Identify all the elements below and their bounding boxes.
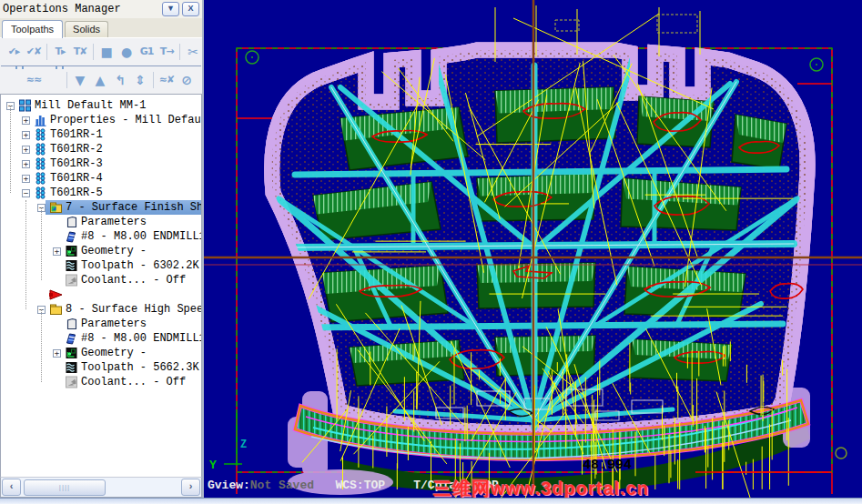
tree-item[interactable]: #8 - M8.00 ENDMILL1 <box>1 229 201 244</box>
toolbar-separator <box>46 44 47 60</box>
collapse-icon[interactable]: − <box>22 189 30 197</box>
tree-item[interactable]: Parameters <box>1 317 201 331</box>
scroll-left-button[interactable]: ‹ <box>2 479 21 496</box>
tool-group-icon <box>34 128 47 141</box>
expander-spacer <box>53 378 61 387</box>
expander-spacer <box>53 277 61 285</box>
tree-item[interactable]: −8 - Surface High Speed <box>1 302 201 317</box>
insert-position-icon[interactable]: ↰ <box>110 68 130 92</box>
operation-folder-icon <box>49 303 63 316</box>
trim-icon[interactable]: ✂ <box>183 40 202 64</box>
tool-group-icon <box>34 157 47 170</box>
tree-guide-line <box>25 200 27 309</box>
highfeed-icon[interactable]: T→ <box>157 40 177 64</box>
parameters-icon <box>65 318 78 330</box>
tree-item[interactable]: +T601RR-4 <box>1 171 201 186</box>
operations-manager-panel: Operations Manager ▼ X Toolpaths Solids … <box>0 0 204 498</box>
toolbar-separator <box>179 44 180 60</box>
hide-toolpath-icon[interactable]: ≈✘ <box>157 68 177 92</box>
tree-item-label: Coolant... - Off <box>81 376 186 388</box>
tree-item[interactable]: +T601RR-1 <box>1 127 201 142</box>
toggle-toolpath-display-icon[interactable]: ≈≈ <box>24 68 44 92</box>
scroll-operations-icon[interactable]: ⇕ <box>130 68 150 92</box>
panel-close-button[interactable]: X <box>182 2 199 16</box>
tree-item-label: #8 - M8.00 ENDMILL1 <box>81 230 202 243</box>
toolpath-filter-icon[interactable]: ⊘ <box>177 68 197 92</box>
geometry-icon <box>65 347 78 359</box>
tree-item-label: T601RR-1 <box>50 128 103 141</box>
toolpath-lock-icon[interactable] <box>4 68 24 92</box>
parameters-icon <box>65 216 78 228</box>
tree-horizontal-scrollbar[interactable]: ‹ › <box>0 477 202 498</box>
post-selected-operations-icon[interactable]: G1 <box>137 40 157 64</box>
tree-guide-line <box>10 106 12 193</box>
lock-all-toolpaths-icon[interactable] <box>44 68 64 92</box>
tree-item-label: Toolpath - 5662.3K <box>81 361 199 374</box>
tree-item[interactable]: #8 - M8.00 ENDMILL1 <box>1 331 201 346</box>
toolpath-canvas[interactable]: Y Z <box>204 0 862 504</box>
expand-icon[interactable]: + <box>53 349 61 358</box>
tree-item-label: Geometry - <box>81 245 147 257</box>
tree-item[interactable]: Toolpath - 5662.3K <box>1 360 201 375</box>
wcs-status: WCS:TOP <box>335 479 385 492</box>
operation-folder-marked-icon <box>49 201 63 214</box>
tree-item[interactable]: +T601RR-3 <box>1 156 201 171</box>
tree-item-label: Mill Default MM-1 <box>35 99 146 112</box>
tree-item[interactable]: Coolant... - Off <box>1 273 201 287</box>
move-insert-down-icon[interactable]: ▼ <box>70 68 90 92</box>
mastercam-window: Operations Manager ▼ X Toolpaths Solids … <box>0 0 862 504</box>
tree-item-label: Properties - Mill Default <box>50 114 202 126</box>
toolbar-separator <box>93 44 94 60</box>
panel-collapse-button[interactable]: ▼ <box>162 2 179 16</box>
tree-item[interactable]: −T601RR-5 <box>1 186 201 200</box>
tree-item[interactable]: Coolant... - Off <box>1 375 201 389</box>
tree-item-label: T601RR-3 <box>50 157 103 170</box>
tree-item[interactable]: −7 - Surface Finish Sha <box>1 200 201 215</box>
operations-toolbar-row2: ≈≈▼▲↰⇕≈✘⊘ <box>0 66 202 94</box>
insert-position-marker[interactable] <box>1 287 201 302</box>
selected-operation-highlight[interactable]: 7 - Surface Finish Sha <box>46 200 202 215</box>
expander-spacer <box>37 291 46 299</box>
scrollbar-thumb[interactable] <box>24 479 106 496</box>
tree-item[interactable]: −Mill Default MM-1 <box>1 98 201 113</box>
tree-item-label: T601RR-5 <box>50 186 103 199</box>
expand-icon[interactable]: + <box>22 146 30 154</box>
tree-item[interactable]: +Geometry - <box>1 244 201 258</box>
scrollbar-track[interactable] <box>22 479 180 496</box>
expand-icon[interactable]: + <box>22 160 30 168</box>
tree-item-label: 7 - Surface Finish Sha <box>66 201 202 214</box>
expand-icon[interactable]: + <box>22 116 30 125</box>
expander-spacer <box>53 335 61 343</box>
expand-icon[interactable]: + <box>22 131 30 139</box>
tree-item[interactable]: +Geometry - <box>1 346 201 360</box>
tree-item-label: #8 - M8.00 ENDMILL1 <box>81 332 202 345</box>
tree-item[interactable]: Toolpath - 6302.2K <box>1 258 201 273</box>
select-all-operations-icon[interactable]: ✔▸ <box>4 40 24 64</box>
tree-item-label: T601RR-4 <box>50 172 103 185</box>
verify-icon[interactable]: ● <box>117 40 137 64</box>
deselect-all-operations-icon[interactable]: ✔✘ <box>24 40 44 64</box>
expander-spacer <box>53 233 61 241</box>
tree-item[interactable]: +Properties - Mill Default <box>1 113 201 127</box>
scroll-right-button[interactable]: › <box>181 479 200 496</box>
regenerate-invalid-operations-icon[interactable]: T✘ <box>70 40 90 64</box>
insert-arrow-icon <box>49 288 63 301</box>
tab-solids[interactable]: Solids <box>65 21 108 37</box>
operations-tree: −Mill Default MM-1+Properties - Mill Def… <box>0 94 202 477</box>
expand-icon[interactable]: + <box>53 247 61 256</box>
toolpath-icon <box>65 361 78 374</box>
tool-group-icon <box>34 172 47 185</box>
axis-y-label: Y <box>209 459 217 472</box>
tree-item-label: Toolpath - 6302.2K <box>81 259 199 272</box>
expand-icon[interactable]: + <box>22 175 30 183</box>
regenerate-selected-operations-icon[interactable]: T▸ <box>50 40 70 64</box>
backplot-icon[interactable]: ■ <box>96 40 117 64</box>
move-insert-up-icon[interactable]: ▲ <box>90 68 110 92</box>
tool-group-icon <box>34 143 47 156</box>
expander-spacer <box>53 218 61 227</box>
graphics-viewport[interactable]: Y Z Gview:Not Saved WCS:TOP T/Cplane:TOP… <box>204 0 862 504</box>
tree-item[interactable]: +T601RR-2 <box>1 142 201 156</box>
part-toolpath-rendering <box>259 36 823 446</box>
tree-item[interactable]: Parameters <box>1 215 201 229</box>
tab-toolpaths[interactable]: Toolpaths <box>2 20 63 38</box>
